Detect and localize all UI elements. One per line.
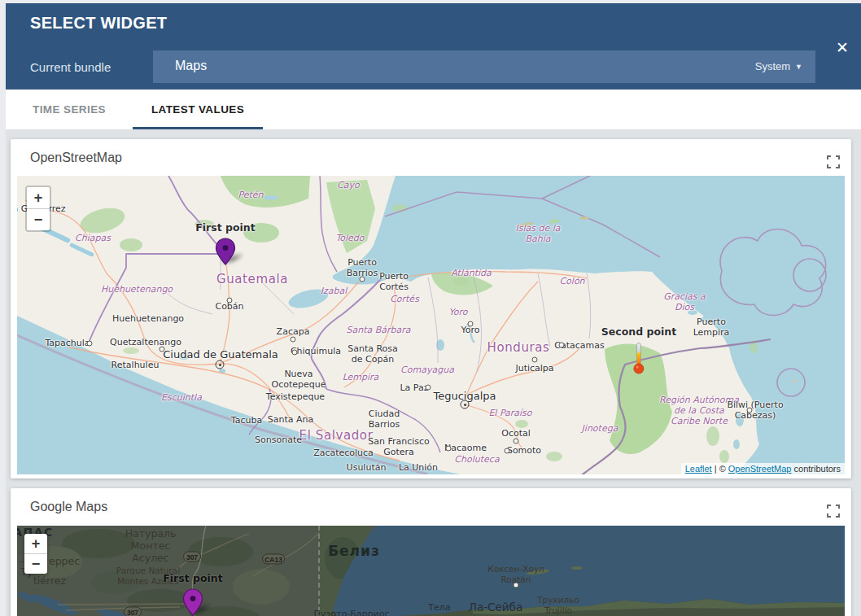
widget-card-openstreetmap[interactable]: OpenStreetMap xyxy=(11,139,851,478)
pin-icon xyxy=(215,238,236,265)
place-dot-icon xyxy=(292,350,298,356)
road-shield: 307 xyxy=(183,552,201,562)
place-dot-icon xyxy=(446,446,452,452)
scope-value: System xyxy=(755,60,790,72)
place-dot-icon xyxy=(87,341,93,347)
widget-title: Google Maps xyxy=(30,500,107,514)
close-button[interactable]: ✕ xyxy=(831,36,854,59)
place-dot-icon xyxy=(291,337,296,343)
gmap-art xyxy=(17,526,845,616)
place-dot-icon xyxy=(514,583,519,588)
first-point-marker-gmap[interactable]: First point xyxy=(182,588,203,616)
road-shield: CA13 xyxy=(262,554,285,565)
tab-latest-values[interactable]: LATEST VALUES xyxy=(133,90,263,129)
second-point-marker[interactable]: Second point xyxy=(632,342,646,378)
zoom-out-button[interactable]: − xyxy=(27,209,50,230)
bundle-label: Current bundle xyxy=(30,60,111,74)
attribution-divider: | © xyxy=(712,464,728,474)
map-zoom-control: + − xyxy=(25,186,51,232)
osm-map-art xyxy=(17,176,845,474)
road-shield: 307 xyxy=(124,607,142,616)
fullscreen-icon[interactable] xyxy=(826,155,841,169)
marker-label: First point xyxy=(195,221,255,234)
widget-title: OpenStreetMap xyxy=(30,151,122,165)
dialog-header: SELECT WIDGET ✕ Current bundle Maps Syst… xyxy=(6,3,861,90)
place-dot-icon xyxy=(461,400,470,409)
bundle-value: Maps xyxy=(175,59,207,73)
place-dot-icon xyxy=(426,385,431,391)
place-dot-icon xyxy=(505,448,510,454)
dialog-title: SELECT WIDGET xyxy=(30,14,167,33)
place-dot-icon xyxy=(559,343,565,348)
openstreetmap-link[interactable]: OpenStreetMap xyxy=(728,464,792,474)
google-map[interactable]: АПАСНатураль Монтес АсулесParque Natural… xyxy=(17,526,845,616)
place-dot-icon xyxy=(360,277,365,282)
chevron-down-icon: ▼ xyxy=(795,63,802,71)
openstreetmap-map[interactable]: a GrrezChiapasPeténCayoToledoHuehuetenan… xyxy=(17,176,845,474)
leaflet-link[interactable]: Leaflet xyxy=(685,464,712,474)
zoom-in-button[interactable]: + xyxy=(24,534,47,554)
place-dot-icon xyxy=(216,360,225,369)
place-dot-icon xyxy=(747,408,753,413)
bundle-select[interactable]: Maps System ▼ xyxy=(153,50,815,83)
tab-time-series[interactable]: TIME SERIES xyxy=(6,90,133,129)
place-dot-icon xyxy=(227,298,233,304)
tab-bar: TIME SERIES LATEST VALUES xyxy=(6,90,861,129)
place-dot-icon xyxy=(468,321,474,327)
pin-icon xyxy=(182,588,203,616)
place-dot-icon xyxy=(514,439,519,444)
close-icon: ✕ xyxy=(836,38,849,57)
widget-card-google-maps[interactable]: Google Maps xyxy=(11,488,851,616)
attribution-suffix: contributors xyxy=(791,464,841,474)
scope-select[interactable]: System ▼ xyxy=(755,60,802,72)
first-point-marker[interactable]: First point xyxy=(215,238,236,269)
zoom-in-button[interactable]: + xyxy=(27,187,50,209)
map-attribution: Leaflet | © OpenStreetMap contributors xyxy=(681,463,845,474)
fullscreen-icon[interactable] xyxy=(826,504,841,518)
thermometer-icon xyxy=(632,342,646,374)
screen: { "dialog": { "title": "SELECT WIDGET", … xyxy=(0,0,861,616)
place-dot-icon xyxy=(532,357,538,363)
marker-label: First point xyxy=(163,572,222,584)
widget-list: OpenStreetMap xyxy=(6,129,861,616)
map-zoom-control: + − xyxy=(24,534,47,574)
zoom-out-button[interactable]: − xyxy=(24,554,47,574)
place-dot-icon xyxy=(160,347,165,352)
marker-label: Second point xyxy=(601,325,676,338)
